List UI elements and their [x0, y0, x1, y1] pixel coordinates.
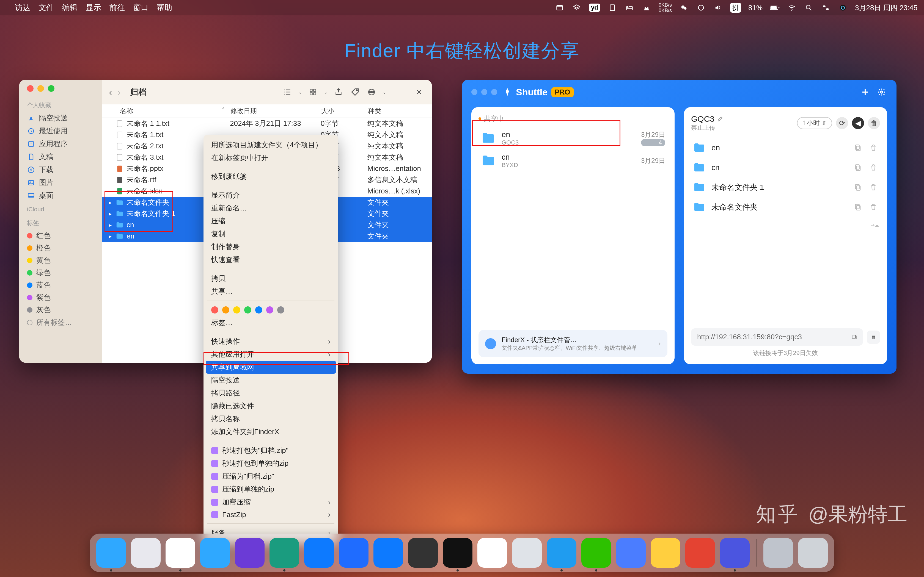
dock-item-safari[interactable] — [200, 538, 230, 568]
menu-view[interactable]: 显示 — [86, 2, 101, 13]
ctx-open-with[interactable]: 其他应用打开 — [204, 348, 338, 361]
control-center-icon[interactable] — [821, 3, 831, 13]
dock-item-todoist[interactable] — [685, 538, 715, 568]
dock-item-photos[interactable] — [477, 538, 507, 568]
copy-icon[interactable]: ⧉ — [852, 333, 857, 341]
ctx-hide[interactable]: 隐藏已选文件 — [204, 400, 338, 413]
ctx-share[interactable]: 共享… — [204, 285, 338, 298]
sidebar-all-tags[interactable]: 所有标签… — [19, 316, 102, 329]
status-cat-icon[interactable] — [641, 3, 651, 13]
ctx-zip-4[interactable]: 压缩到单独的zip — [204, 483, 338, 496]
expand-button[interactable] — [414, 87, 425, 98]
sidebar-tag-orange[interactable]: 橙色 — [19, 242, 102, 254]
dock-item-finder[interactable] — [96, 538, 126, 568]
ctx-zip-6[interactable]: FastZip — [204, 509, 338, 521]
file-row[interactable]: 未命名 1 1.txt2024年 3月21日 17:330字节纯文本文稿 — [102, 118, 432, 129]
copy-button[interactable] — [853, 202, 863, 212]
list-item[interactable]: cn — [691, 158, 880, 177]
sidebar-tag-gray[interactable]: 灰色 — [19, 304, 102, 316]
detail-title[interactable]: GQC3 — [691, 114, 723, 124]
menu-file[interactable]: 文件 — [39, 2, 54, 13]
tag-gray-icon[interactable] — [277, 306, 284, 314]
list-item[interactable]: en — [691, 139, 880, 157]
list-item[interactable]: 未命名文件夹 — [691, 198, 880, 216]
ctx-airdrop[interactable]: 隔空投送 — [204, 374, 338, 387]
col-size[interactable]: 大小 — [321, 106, 368, 115]
dock-item-trash[interactable] — [798, 538, 828, 568]
menu-edit[interactable]: 编辑 — [62, 2, 78, 13]
sidebar-item-recents[interactable]: 最近使用 — [19, 124, 102, 137]
dock-item-appstore[interactable] — [304, 538, 334, 568]
dock-item-chrome[interactable] — [166, 538, 195, 568]
fullscreen-button[interactable] — [491, 89, 497, 95]
ctx-tags[interactable]: 标签… — [204, 316, 338, 329]
play-button[interactable]: ◀ — [852, 117, 864, 129]
menu-window[interactable]: 窗口 — [133, 2, 149, 13]
share-button[interactable] — [333, 87, 344, 98]
action-button[interactable] — [366, 87, 377, 98]
dock-item-appstore2[interactable] — [373, 538, 403, 568]
refresh-button[interactable]: ⟳ — [836, 117, 848, 129]
ctx-add-finderx[interactable]: 添加文件夹到FinderX — [204, 425, 338, 438]
nav-back-button[interactable]: ‹ — [109, 87, 112, 98]
close-button[interactable] — [27, 85, 34, 92]
copy-button[interactable] — [853, 163, 863, 172]
dock-item-app2[interactable] — [616, 538, 646, 568]
status-box-icon[interactable] — [572, 3, 582, 13]
ctx-copy[interactable]: 拷贝 — [204, 272, 338, 285]
sidebar-item-desktop[interactable]: 桌面 — [19, 189, 102, 202]
sidebar-tag-yellow[interactable]: 黄色 — [19, 254, 102, 266]
ctx-zip-3[interactable]: 压缩为"归档.zip" — [204, 470, 338, 483]
clock[interactable]: 3月28日 周四 23:45 — [855, 3, 918, 13]
wifi-icon[interactable] — [787, 3, 797, 13]
status-sound-icon[interactable] — [713, 3, 723, 13]
status-clipboard-icon[interactable] — [607, 3, 617, 13]
delete-button[interactable] — [869, 163, 878, 172]
settings-button[interactable] — [876, 87, 887, 98]
delete-button[interactable] — [869, 202, 878, 212]
status-netspeed[interactable]: 0KB/s0KB/s — [659, 2, 672, 13]
fullscreen-button[interactable] — [48, 85, 55, 92]
minimize-button[interactable] — [37, 85, 44, 92]
ctx-rename[interactable]: 重新命名… — [204, 201, 338, 214]
dock-item-app1[interactable] — [235, 538, 265, 568]
ctx-open-new-tab[interactable]: 在新标签页中打开 — [204, 152, 338, 164]
menu-go[interactable]: 前往 — [110, 2, 125, 13]
ctx-quicklook[interactable]: 快速查看 — [204, 253, 338, 266]
dock-item-terminal[interactable] — [443, 538, 472, 568]
dock-item-archive-gz[interactable] — [763, 538, 793, 568]
close-button[interactable] — [471, 89, 477, 95]
share-row[interactable]: enGQC3 3月29日4 — [478, 127, 667, 150]
sidebar-item-apps[interactable]: 应用程序 — [19, 137, 102, 150]
siri-icon[interactable] — [838, 3, 848, 13]
dock-item-app3[interactable] — [651, 538, 680, 568]
sidebar-tag-blue[interactable]: 蓝色 — [19, 279, 102, 291]
minimize-button[interactable] — [481, 89, 487, 95]
duration-button[interactable]: 1小时⇵ — [797, 117, 832, 129]
ctx-tag-row[interactable] — [204, 304, 338, 316]
tag-green-icon[interactable] — [244, 306, 251, 314]
dock-item-launchpad[interactable] — [131, 538, 161, 568]
status-bed-icon[interactable] — [625, 3, 635, 13]
ctx-duplicate[interactable]: 复制 — [204, 227, 338, 240]
ctx-get-info[interactable]: 显示简介 — [204, 189, 338, 201]
sidebar-item-pictures[interactable]: 图片 — [19, 176, 102, 189]
copy-button[interactable] — [853, 182, 863, 192]
dock-item-wechat[interactable] — [582, 538, 611, 568]
add-button[interactable] — [859, 87, 871, 98]
nav-forward-button[interactable]: › — [118, 87, 120, 98]
qr-button[interactable]: ▦ — [867, 330, 880, 344]
dock-item-edge[interactable] — [270, 538, 299, 568]
ctx-zip-1[interactable]: 秒速打包为"归档.zip" — [204, 444, 338, 457]
dock-item-app4[interactable] — [720, 538, 750, 568]
sidebar-item-airdrop[interactable]: 隔空投送 — [19, 111, 102, 124]
sidebar-tag-green[interactable]: 绿色 — [19, 266, 102, 279]
delete-button[interactable]: 🗑 — [868, 117, 880, 129]
ctx-copy-name[interactable]: 拷贝名称 — [204, 413, 338, 425]
sidebar-item-documents[interactable]: 文稿 — [19, 150, 102, 163]
tag-yellow-icon[interactable] — [233, 306, 240, 314]
ctx-copy-path[interactable]: 拷贝路径 — [204, 387, 338, 400]
ctx-zip-2[interactable]: 秒速打包到单独的zip — [204, 457, 338, 470]
search-icon[interactable] — [804, 3, 814, 13]
col-name[interactable]: 名称 — [109, 106, 222, 115]
